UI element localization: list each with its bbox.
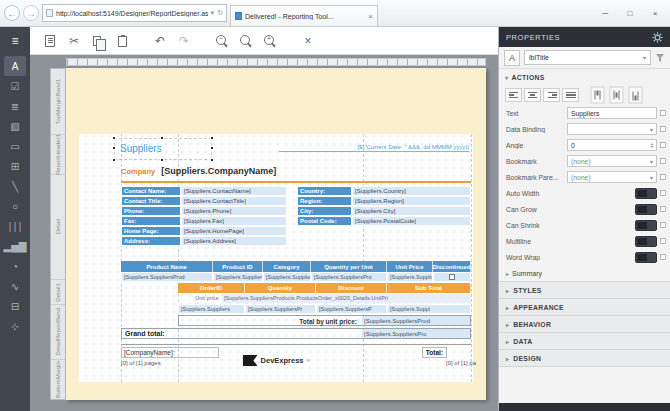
page-info-left[interactable]: [0] of [1] pages [121,360,161,366]
grand-total-row[interactable]: Grand total: [Suppliers.SuppliersPro [121,328,471,339]
can-shrink-toggle[interactable] [635,220,657,231]
bookmark-parent-dropdown[interactable]: (none)▾ [567,171,657,183]
align-left-button[interactable] [505,88,522,102]
property-marker[interactable] [660,158,666,164]
field-value[interactable]: [Suppliers.ContactName] [181,186,287,196]
maximize-button[interactable]: □ [619,4,641,22]
field-cell[interactable]: [Suppliers.Suppliers [178,304,245,314]
property-marker[interactable] [660,142,666,148]
browser-tab[interactable]: Delivered! - Reporting Tool... × [230,5,378,26]
column-header[interactable]: OrderID [178,283,245,293]
zoom-out-button[interactable]: − [212,31,232,51]
footer-total-label[interactable]: Total: [422,347,447,358]
field-cell[interactable]: [Suppliers.Supplier [213,272,263,282]
field-label[interactable]: Phone: [121,206,181,216]
band-report-header[interactable]: ReportHeader1 [51,135,65,175]
band-bottom-margin[interactable]: BottomMargin [51,360,65,399]
column-header[interactable]: Discontinued [433,261,471,272]
refresh-icon[interactable]: ↻ [217,9,223,17]
order-table-header[interactable]: OrderID Quantity Discount Sub Total [178,283,471,293]
footer-company-field[interactable]: [CompanyName]: [121,347,219,358]
selection-handle[interactable] [210,146,214,150]
property-marker[interactable] [660,174,666,180]
section-styles[interactable]: ▸STYLES [499,281,670,298]
field-cell[interactable]: [Suppliers.SuppliersP [316,304,387,314]
design-canvas[interactable]: TopMarginBand1 ReportHeader1 Detail Deta… [30,55,498,411]
align-right-button[interactable] [543,88,560,102]
redo-button[interactable]: ↷ [174,31,194,51]
angle-stepper[interactable]: 0▴▾ [567,139,657,151]
total-unit-field[interactable]: [Suppliers.SuppliersProd [362,316,470,325]
field-label[interactable]: City: [297,206,352,216]
tab-close-icon[interactable]: × [368,12,373,21]
address-bar[interactable]: http://localhost:5149/Designer/ReportDes… [42,4,227,22]
order-data-row[interactable]: [Suppliers.Suppliers [Suppliers.Supplier… [178,304,471,314]
field-value[interactable]: [Suppliers.Address] [181,236,287,246]
band-detail1[interactable]: Detail1 [51,280,65,305]
column-header[interactable]: Product Name [121,261,213,272]
field-cell[interactable]: [Suppliers.SuppliersProd [121,272,213,282]
field-value[interactable]: [Suppliers.Country] [352,186,471,196]
property-marker[interactable] [660,254,666,260]
zoom-in-button[interactable]: + [260,31,280,51]
align-middle-button[interactable] [610,87,624,104]
field-value[interactable] [352,226,471,236]
field-label[interactable] [297,226,352,236]
field-label[interactable]: Postal Code: [297,216,352,226]
unit-price-field[interactable]: [Suppliers.SuppliersProducts.ProductsOrd… [222,294,471,303]
table-tool[interactable]: ⊞ [4,156,26,176]
selection-handle[interactable] [160,158,164,162]
close-designer-button[interactable]: × [298,31,318,51]
sparkline-tool[interactable]: ∿ [4,276,26,296]
stepper-arrows-icon[interactable]: ▴▾ [651,142,653,148]
page-info-right[interactable]: [0] of [1] pa [446,360,476,366]
selection-handle[interactable] [210,136,214,140]
field-label[interactable]: Address: [121,236,181,246]
band-top-margin[interactable]: TopMarginBand1 [51,69,65,135]
field-label[interactable] [297,236,352,246]
line-tool[interactable]: ╲ [4,176,26,196]
auto-width-toggle[interactable] [635,188,657,199]
shape-tool[interactable]: ○ [4,196,26,216]
menu-icon[interactable]: ≡ [5,32,25,50]
zoom-button[interactable] [236,31,256,51]
section-data[interactable]: ▸DATA [499,332,670,349]
richtext-tool[interactable]: ≣ [4,96,26,116]
column-header[interactable]: Sub Total [387,283,471,293]
field-value[interactable]: [Suppliers.Fax] [181,216,287,226]
product-data-row[interactable]: [Suppliers.SuppliersProd [Suppliers.Supp… [121,272,471,282]
gauge-tool[interactable]: ◔ [4,256,26,276]
checkbox-tool[interactable]: ☑ [4,76,26,96]
picture-tool[interactable]: ▧ [4,116,26,136]
field-cell[interactable]: [Suppliers.SuppliersPr [245,304,316,314]
undo-button[interactable]: ↶ [150,31,170,51]
column-header[interactable]: Product ID [213,261,263,272]
selection-handle[interactable] [112,146,116,150]
control-selector-dropdown[interactable]: lblTitle ▾ [524,50,651,65]
company-header[interactable]: Company [Suppliers.CompanyName] [121,166,276,176]
section-behavior[interactable]: ▸BEHAVIOR [499,315,670,332]
discontinued-checkbox-cell[interactable] [433,272,471,282]
filter-icon[interactable] [655,53,665,63]
supplier-info-table[interactable]: Contact Name: [Suppliers.ContactName] Co… [121,186,471,246]
section-design[interactable]: ▸DESIGN [499,349,670,366]
save-button[interactable] [40,31,60,51]
selection-handle[interactable] [112,158,116,162]
field-value[interactable]: [Suppliers.HomePage] [181,226,287,236]
grand-total-field[interactable]: [Suppliers.SuppliersPro [362,329,470,338]
section-actions[interactable]: ▾ ACTIONS [499,69,670,85]
close-button[interactable]: × [644,4,666,22]
column-header[interactable]: Category [263,261,311,272]
selection-handle[interactable] [210,158,214,162]
text-input[interactable]: Suppliers [567,107,657,119]
align-justify-button[interactable] [562,88,579,102]
column-header[interactable]: Quantity [245,283,316,293]
paste-button[interactable] [112,31,132,51]
chart-tool[interactable]: ▂▅▇ [4,236,26,256]
data-binding-dropdown[interactable]: ▾ [567,123,657,135]
chevron-down-icon[interactable]: ▾ [211,9,215,17]
field-value[interactable] [352,236,471,246]
field-label[interactable]: Country: [297,186,352,196]
field-value[interactable]: [Suppliers.City] [352,206,471,216]
word-wrap-toggle[interactable] [635,252,657,263]
